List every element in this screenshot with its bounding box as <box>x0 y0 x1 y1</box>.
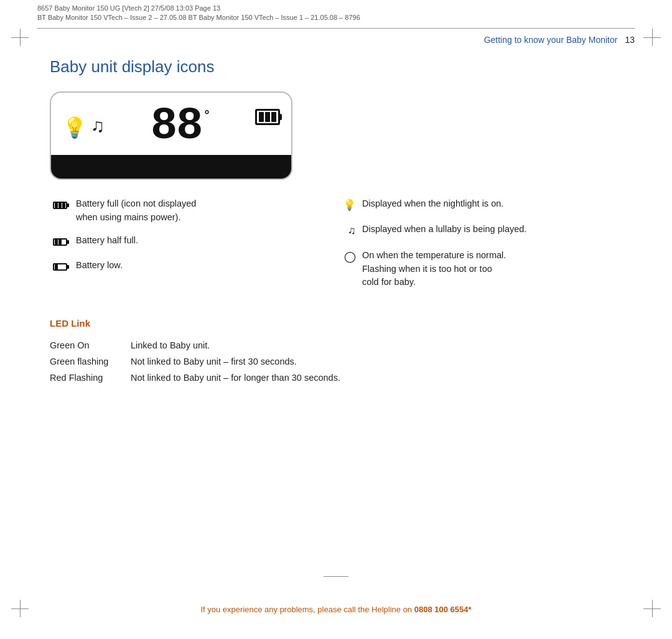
header-page-number: 13 <box>625 35 635 45</box>
display-diagram: 💡 ♫ 88 ° <box>50 91 292 180</box>
battery-full-icon <box>50 197 70 212</box>
temperature-icon: ◯ <box>336 249 356 265</box>
footer-prefix: If you experience any problems, please c… <box>200 605 414 614</box>
batt-seg-2 <box>265 112 270 122</box>
battery-low-text: Battery low. <box>76 259 123 273</box>
display-inner: 💡 ♫ 88 ° <box>62 104 280 155</box>
main-content: Baby unit display icons 💡 ♫ 88 ° <box>0 49 672 423</box>
battery-display-icon <box>255 109 280 125</box>
header-top-text: 8657 Baby Monitor 150 UG [Vtech 2] 27/5/… <box>37 0 635 23</box>
icon-item-battery-low: Battery low. <box>50 259 336 274</box>
led-seg-11 <box>259 160 276 174</box>
led-status-3: Red Flashing <box>50 370 131 386</box>
header-line1: 8657 Baby Monitor 150 UG [Vtech 2] 27/5/… <box>37 4 635 13</box>
led-status-1: Green On <box>50 337 131 353</box>
led-seg-4 <box>124 160 141 174</box>
led-link-table: Green On Linked to Baby unit. Green flas… <box>50 337 622 386</box>
table-row: Red Flashing Not linked to Baby unit – f… <box>50 370 622 386</box>
table-row: Green On Linked to Baby unit. <box>50 337 622 353</box>
icon-item-battery-full: Battery full (icon not displayedwhen usi… <box>50 197 336 225</box>
icon-col-right: 💡 Displayed when the nightlight is on. ♫… <box>336 197 622 299</box>
nightlight-text: Displayed when the nightlight is on. <box>362 197 503 211</box>
display-digits-group: 88 ° <box>151 104 209 149</box>
footer-phone: 0808 100 6554* <box>414 605 472 614</box>
icon-col-left: Battery full (icon not displayedwhen usi… <box>50 197 336 299</box>
header-nav-title: Getting to know your Baby Monitor <box>484 35 618 45</box>
battery-half-text: Battery half full. <box>76 234 138 248</box>
icon-item-battery-half: Battery half full. <box>50 234 336 249</box>
led-seg-2 <box>86 160 102 174</box>
header-line2: BT Baby Monitor 150 VTech – Issue 2 – 27… <box>37 13 635 22</box>
display-digits: 88 <box>151 104 202 149</box>
led-seg-8 <box>202 160 218 174</box>
led-link-section: LED Link Green On Linked to Baby unit. G… <box>50 318 622 386</box>
display-battery-icon <box>255 109 280 125</box>
led-seg-7 <box>182 160 198 174</box>
temperature-text: On when the temperature is normal.Flashi… <box>362 249 506 289</box>
led-desc-2: Not linked to Baby unit – first 30 secon… <box>131 353 622 370</box>
icon-columns: Battery full (icon not displayedwhen usi… <box>50 197 622 299</box>
led-seg-5 <box>144 160 160 174</box>
led-seg-6 <box>163 160 179 174</box>
section-title: Baby unit display icons <box>50 57 622 77</box>
nightlight-icon: 💡 <box>336 197 356 213</box>
led-link-title: LED Link <box>50 318 622 329</box>
battery-low-icon <box>50 259 70 274</box>
footer-text: If you experience any problems, please c… <box>0 605 672 614</box>
page-footer: If you experience any problems, please c… <box>0 605 672 614</box>
header-nav: Getting to know your Baby Monitor 13 <box>37 29 635 49</box>
battery-half-icon <box>50 234 70 249</box>
display-degree: ° <box>204 108 209 122</box>
icon-item-nightlight: 💡 Displayed when the nightlight is on. <box>336 197 622 213</box>
lullaby-text: Displayed when a lullaby is being played… <box>362 223 526 236</box>
led-seg-3 <box>105 160 121 174</box>
batt-seg-1 <box>259 112 264 122</box>
display-icons-left: 💡 ♫ <box>62 116 105 138</box>
icon-item-temperature: ◯ On when the temperature is normal.Flas… <box>336 249 622 289</box>
display-led-bar <box>51 155 291 179</box>
bottom-center-mark <box>324 576 348 577</box>
led-desc-1: Linked to Baby unit. <box>131 337 622 353</box>
lightbulb-icon: 💡 <box>62 118 87 138</box>
led-desc-3: Not linked to Baby unit – for longer tha… <box>131 370 622 386</box>
led-status-2: Green flashing <box>50 353 131 370</box>
table-row: Green flashing Not linked to Baby unit –… <box>50 353 622 370</box>
led-seg-9 <box>221 160 237 174</box>
batt-seg-3 <box>271 112 276 122</box>
icon-item-lullaby: ♫ Displayed when a lullaby is being play… <box>336 223 622 239</box>
page-header: 8657 Baby Monitor 150 UG [Vtech 2] 27/5/… <box>0 0 672 49</box>
lullaby-icon: ♫ <box>336 223 356 239</box>
led-seg-10 <box>240 160 256 174</box>
led-seg-1 <box>67 160 83 174</box>
battery-full-text: Battery full (icon not displayedwhen usi… <box>76 197 196 225</box>
music-note-icon: ♫ <box>91 116 105 135</box>
